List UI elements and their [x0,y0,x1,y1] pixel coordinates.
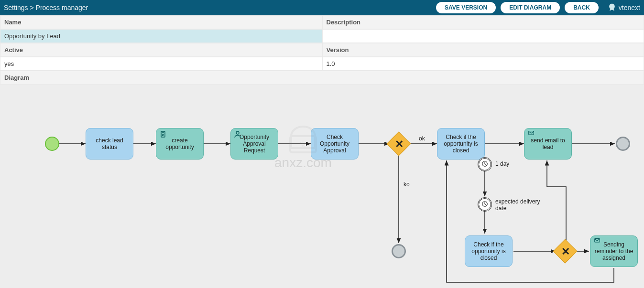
timer-1day-label: 1 day [495,160,509,167]
save-version-button[interactable]: SAVE VERSION [436,2,496,13]
gateway-approval[interactable]: ✕ [390,135,407,152]
header-bar: Settings > Process manager SAVE VERSION … [0,0,644,15]
edge-label-ko: ko [404,181,410,188]
timer-1day[interactable] [478,157,492,171]
description-label: Description [322,15,644,29]
header-buttons: SAVE VERSION EDIT DIAGRAM BACK vtenext [436,2,640,13]
version-value[interactable]: 1.0 [322,57,644,71]
details-section: Name Description Opportunity by Lead Act… [0,15,644,85]
end-event-ko[interactable] [392,244,406,258]
active-value[interactable]: yes [0,57,322,71]
name-value[interactable]: Opportunity by Lead [0,29,322,43]
diagram-edges [7,91,637,287]
gateway-x-icon: ✕ [395,138,404,150]
svg-point-13 [236,131,239,134]
start-event[interactable] [45,137,59,151]
task-create-opportunity[interactable]: create opportunity [156,128,204,160]
breadcrumb: Settings > Process manager [4,4,436,11]
task-label: create opportunity [158,137,201,150]
gateway-x-icon: ✕ [561,245,570,258]
task-label: Check if the opportunity is closed [467,241,510,261]
task-check-lead-status[interactable]: check lead status [86,128,133,160]
diagram-canvas-wrap: check lead status create opportunity Opp… [0,85,644,288]
mail-icon [593,238,601,245]
mail-icon [527,130,535,138]
task-label: Check if the opportunity is closed [439,134,482,154]
timer-expected-delivery[interactable] [478,197,492,212]
task-opportunity-approval-request[interactable]: Opportunity Approval Request [230,128,278,160]
description-value[interactable] [322,29,644,43]
task-check-if-closed-bottom[interactable]: Check if the opportunity is closed [465,235,513,267]
end-event-top[interactable] [616,137,630,151]
timer-expected-label: expected delivery date [495,198,548,212]
script-icon [159,130,167,138]
brand-icon [607,3,617,12]
active-label: Active [0,43,322,57]
clock-icon [481,201,488,209]
task-check-if-closed-top[interactable]: Check if the opportunity is closed [437,128,485,160]
back-button[interactable]: BACK [565,2,599,13]
svg-rect-17 [595,239,600,243]
task-label: Check Opportunity Approval [313,134,356,154]
task-label: check lead status [88,137,131,150]
task-sending-reminder[interactable]: Sending reminder to the assigned [590,235,638,267]
diagram-label: Diagram [0,71,644,85]
brand: vtenext [607,3,640,12]
task-check-opportunity-approval[interactable]: Check Opportunity Approval [311,128,359,160]
svg-rect-14 [529,131,534,135]
diagram-canvas[interactable]: check lead status create opportunity Opp… [7,91,637,287]
edge-label-ok: ok [419,135,425,142]
name-label: Name [0,15,322,29]
user-icon [234,130,241,138]
gateway-closed[interactable]: ✕ [557,243,574,260]
task-label: send email to lead [526,137,569,150]
edit-diagram-button[interactable]: EDIT DIAGRAM [501,2,560,13]
clock-icon [481,160,488,169]
brand-text: vtenext [619,4,640,11]
version-label: Version [322,43,644,57]
task-send-email-to-lead[interactable]: send email to lead [524,128,572,160]
